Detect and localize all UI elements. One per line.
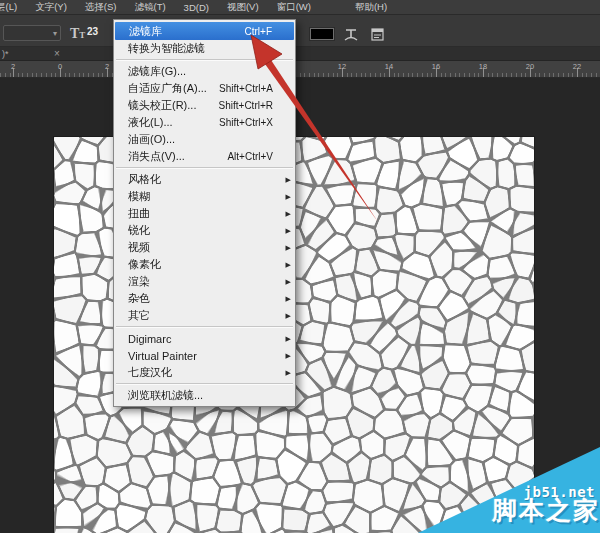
- submenu-arrow-icon: ▶: [286, 278, 291, 286]
- submenu-arrow-icon: ▶: [286, 176, 291, 184]
- font-size-icon: TT: [70, 24, 85, 42]
- horizontal-ruler: 202121416182022: [0, 61, 600, 78]
- menu-item-label: Digimarc: [128, 333, 273, 345]
- menu-item-shortcut: Shift+Ctrl+R: [219, 100, 273, 111]
- menu-item-label: 风格化: [128, 172, 273, 187]
- submenu-arrow-icon: ▶: [286, 210, 291, 218]
- ruler-number: 14: [385, 62, 393, 71]
- filter-menu-item[interactable]: 视频▶: [114, 239, 295, 256]
- ruler-number: 20: [526, 62, 534, 71]
- submenu-arrow-icon: ▶: [286, 193, 291, 201]
- menu-bar: 层(L)文字(Y)选择(S)滤镜(T)3D(D)视图(V)窗口(W)帮助(H): [0, 0, 600, 15]
- menu-item-label: 模糊: [128, 189, 273, 204]
- filter-dropdown-menu: 滤镜库Ctrl+F转换为智能滤镜滤镜库(G)...自适应广角(A)...Shif…: [113, 19, 296, 407]
- filter-menu-item[interactable]: 滤镜库Ctrl+F: [115, 22, 294, 40]
- menu-separator: [116, 326, 293, 328]
- ruler-number: 2: [105, 62, 109, 71]
- menu-item-label: 转换为智能滤镜: [128, 41, 273, 56]
- filter-menu-item[interactable]: 液化(L)...Shift+Ctrl+X: [114, 114, 295, 131]
- toggle-panels-icon[interactable]: [370, 27, 385, 46]
- menu-item-label: 浏览联机滤镜...: [128, 388, 273, 403]
- submenu-arrow-icon: ▶: [286, 227, 291, 235]
- menu-separator: [116, 59, 293, 61]
- menu-item-label: 像素化: [128, 257, 273, 272]
- ruler-number: 22: [573, 62, 581, 71]
- menubar-item[interactable]: 层(L): [0, 1, 19, 14]
- text-color-swatch[interactable]: [310, 28, 334, 40]
- submenu-arrow-icon: ▶: [286, 261, 291, 269]
- filter-menu-item[interactable]: 镜头校正(R)...Shift+Ctrl+R: [114, 97, 295, 114]
- options-bar: ▾ TT 23: [0, 15, 600, 47]
- menubar-item[interactable]: 3D(D): [182, 2, 211, 13]
- submenu-arrow-icon: ▶: [286, 352, 291, 360]
- menu-item-label: Virtual Painter: [128, 350, 273, 362]
- menu-item-label: 液化(L)...: [128, 115, 211, 130]
- document-tab-title[interactable]: )*: [2, 49, 9, 59]
- filter-menu-item[interactable]: Digimarc▶: [114, 330, 295, 347]
- filter-menu-item[interactable]: 锐化▶: [114, 222, 295, 239]
- filter-menu-item[interactable]: 油画(O)...: [114, 131, 295, 148]
- filter-menu-item[interactable]: 杂色▶: [114, 290, 295, 307]
- menubar-item[interactable]: 选择(S): [83, 1, 119, 14]
- submenu-arrow-icon: ▶: [286, 295, 291, 303]
- menu-separator: [116, 383, 293, 385]
- submenu-arrow-icon: ▶: [286, 335, 291, 343]
- font-size-value[interactable]: 23: [87, 26, 98, 37]
- filter-menu-item[interactable]: 扭曲▶: [114, 205, 295, 222]
- menu-separator: [116, 167, 293, 169]
- menubar-item[interactable]: 窗口(W): [275, 1, 313, 14]
- filter-menu-item[interactable]: 浏览联机滤镜...: [114, 387, 295, 404]
- filter-menu-item[interactable]: 消失点(V)...Alt+Ctrl+V: [114, 148, 295, 165]
- menu-item-shortcut: Shift+Ctrl+X: [219, 117, 273, 128]
- ruler-number: 12: [338, 62, 346, 71]
- filter-menu-item[interactable]: 七度汉化▶: [114, 364, 295, 381]
- menu-item-label: 视频: [128, 240, 273, 255]
- menu-item-label: 杂色: [128, 291, 273, 306]
- font-family-dropdown[interactable]: ▾: [3, 25, 61, 41]
- watermark-name-text: 脚本之家: [492, 498, 600, 523]
- filter-menu-item[interactable]: 滤镜库(G)...: [114, 63, 295, 80]
- menu-item-shortcut: Ctrl+F: [245, 26, 273, 37]
- document-tab-strip: )* ×: [0, 47, 600, 61]
- menubar-item[interactable]: 滤镜(T): [132, 1, 167, 14]
- menu-item-label: 其它: [128, 308, 273, 323]
- submenu-arrow-icon: ▶: [286, 244, 291, 252]
- menubar-item[interactable]: 视图(V): [225, 1, 261, 14]
- ruler-major-ticks: [0, 68, 600, 77]
- menu-item-label: 扭曲: [128, 206, 273, 221]
- ruler-number: 16: [432, 62, 440, 71]
- ruler-number: 18: [479, 62, 487, 71]
- filter-menu-item[interactable]: 模糊▶: [114, 188, 295, 205]
- submenu-arrow-icon: ▶: [286, 369, 291, 377]
- submenu-arrow-icon: ▶: [286, 312, 291, 320]
- menu-item-label: 七度汉化: [128, 365, 273, 380]
- filter-menu-item[interactable]: 风格化▶: [114, 171, 295, 188]
- menubar-item[interactable]: 帮助(H): [353, 1, 389, 14]
- menu-item-shortcut: Shift+Ctrl+A: [219, 83, 273, 94]
- ruler-number: 0: [58, 62, 62, 71]
- filter-menu-item[interactable]: 自适应广角(A)...Shift+Ctrl+A: [114, 80, 295, 97]
- menu-item-label: 消失点(V)...: [128, 149, 219, 164]
- filter-menu-item[interactable]: Virtual Painter▶: [114, 347, 295, 364]
- menu-item-label: 锐化: [128, 223, 273, 238]
- menu-item-label: 自适应广角(A)...: [128, 81, 211, 96]
- filter-menu-item[interactable]: 转换为智能滤镜: [114, 40, 295, 57]
- filter-menu-item[interactable]: 像素化▶: [114, 256, 295, 273]
- ruler-number: 2: [11, 62, 15, 71]
- close-icon[interactable]: ×: [54, 48, 60, 59]
- menu-item-label: 油画(O)...: [128, 132, 273, 147]
- menu-item-label: 渲染: [128, 274, 273, 289]
- warp-text-icon[interactable]: [343, 27, 359, 47]
- menubar-item[interactable]: 文字(Y): [33, 1, 69, 14]
- menu-item-shortcut: Alt+Ctrl+V: [227, 151, 273, 162]
- menu-item-label: 滤镜库(G)...: [128, 64, 273, 79]
- filter-menu-item[interactable]: 渲染▶: [114, 273, 295, 290]
- menu-item-label: 镜头校正(R)...: [128, 98, 211, 113]
- filter-menu-item[interactable]: 其它▶: [114, 307, 295, 324]
- photoshop-window: 层(L)文字(Y)选择(S)滤镜(T)3D(D)视图(V)窗口(W)帮助(H) …: [0, 0, 600, 533]
- chevron-down-icon: ▾: [53, 29, 57, 38]
- menu-item-label: 滤镜库: [129, 24, 237, 39]
